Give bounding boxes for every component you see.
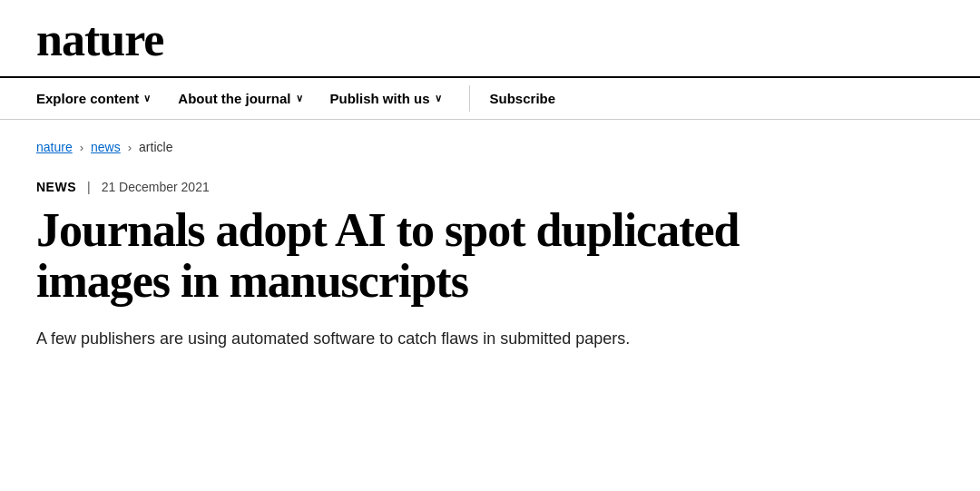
- breadcrumb-news[interactable]: news: [91, 140, 121, 154]
- breadcrumb-separator-2: ›: [128, 141, 132, 154]
- breadcrumb-separator-1: ›: [80, 141, 83, 154]
- nav-publish-with-us-chevron: ∨: [435, 93, 442, 104]
- breadcrumb-nature[interactable]: nature: [36, 140, 73, 154]
- breadcrumb-section: nature › news › article: [0, 120, 980, 163]
- nav-explore-content-label: Explore content: [36, 91, 139, 106]
- meta-separator: |: [87, 180, 91, 194]
- nav-about-journal[interactable]: About the journal ∨: [178, 78, 322, 119]
- article-meta: NEWS | 21 December 2021: [36, 180, 944, 194]
- nav-publish-with-us-label: Publish with us: [330, 91, 430, 106]
- nav-publish-with-us[interactable]: Publish with us ∨: [330, 78, 462, 119]
- nav-explore-content[interactable]: Explore content ∨: [36, 78, 171, 119]
- site-logo[interactable]: nature: [36, 16, 163, 64]
- nav-subscribe-label: Subscribe: [490, 91, 556, 106]
- nav-subscribe[interactable]: Subscribe: [470, 78, 576, 119]
- breadcrumb-article: article: [139, 140, 172, 154]
- site-header: nature: [0, 0, 980, 76]
- article-date: 21 December 2021: [102, 180, 210, 194]
- article-subtitle: A few publishers are using automated sof…: [36, 327, 817, 351]
- article-section: NEWS | 21 December 2021 Journals adopt A…: [0, 163, 980, 378]
- article-title: Journals adopt AI to spot duplicated ima…: [36, 205, 853, 307]
- nav-explore-content-chevron: ∨: [143, 93, 151, 104]
- nav-about-journal-chevron: ∨: [296, 93, 303, 104]
- nav-about-journal-label: About the journal: [178, 91, 290, 106]
- article-type: NEWS: [36, 180, 76, 194]
- breadcrumb: nature › news › article: [36, 140, 944, 154]
- main-nav: Explore content ∨ About the journal ∨ Pu…: [0, 76, 980, 120]
